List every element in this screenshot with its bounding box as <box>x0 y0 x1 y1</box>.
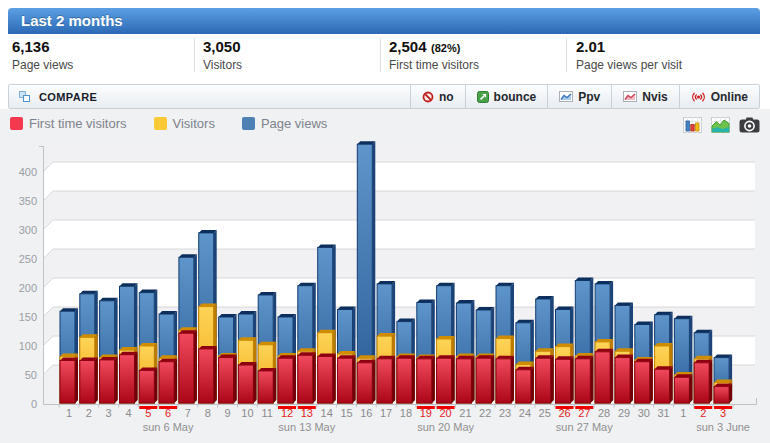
svg-text:200: 200 <box>19 282 37 294</box>
bars-day-14[interactable] <box>318 244 336 403</box>
ppv-button[interactable]: Ppv <box>547 85 611 108</box>
svg-text:2: 2 <box>700 407 706 419</box>
button-label: Online <box>711 90 748 104</box>
chart-canvas: 0501001502002503003504001234567891011121… <box>0 140 770 443</box>
bars-day-20[interactable] <box>437 283 455 403</box>
bars-day-21[interactable] <box>456 300 474 403</box>
bounce-button[interactable]: bounce <box>465 85 548 108</box>
svg-text:sun 6 May: sun 6 May <box>143 421 194 433</box>
svg-text:1: 1 <box>680 407 686 419</box>
divider <box>194 38 195 72</box>
bars-day-30[interactable] <box>635 322 653 404</box>
svg-text:2: 2 <box>86 407 92 419</box>
nvis-button[interactable]: Nvis <box>611 85 678 108</box>
analytics-dashboard: Last 2 months 6,136 Page views 3,050 Vis… <box>0 0 770 443</box>
bars-day-19[interactable] <box>417 300 435 404</box>
legend-swatch-blue <box>242 117 255 130</box>
stat-label: Page views per visit <box>576 58 682 72</box>
svg-text:24: 24 <box>519 407 531 419</box>
bars-day-29[interactable] <box>615 302 633 403</box>
bars-day-23[interactable] <box>496 283 514 403</box>
bars-day-3[interactable] <box>714 355 732 403</box>
svg-text:3: 3 <box>106 407 112 419</box>
svg-text:16: 16 <box>360 407 372 419</box>
svg-text:400: 400 <box>19 166 37 178</box>
bars-day-27[interactable] <box>575 278 593 404</box>
svg-text:8: 8 <box>205 407 211 419</box>
bar-chart: 0501001502002503003504001234567891011121… <box>0 140 770 443</box>
camera-icon[interactable] <box>739 117 760 133</box>
bars-day-10[interactable] <box>238 311 256 403</box>
svg-text:sun 3 June: sun 3 June <box>696 421 750 433</box>
compare-label: COMPARE <box>39 91 97 103</box>
svg-text:7: 7 <box>185 407 191 419</box>
svg-text:29: 29 <box>618 407 630 419</box>
bars-day-15[interactable] <box>338 307 356 404</box>
bars-day-24[interactable] <box>516 320 534 403</box>
bars-day-4[interactable] <box>120 283 138 403</box>
svg-text:26: 26 <box>558 407 570 419</box>
bars-day-17[interactable] <box>377 281 395 403</box>
stat-label: Page views <box>12 58 73 72</box>
bars-day-12[interactable] <box>278 314 296 403</box>
stat-percentage: (82%) <box>431 42 460 54</box>
bars-day-2[interactable] <box>80 291 98 403</box>
svg-text:350: 350 <box>19 195 37 207</box>
bars-day-25[interactable] <box>536 296 554 403</box>
bars-day-28[interactable] <box>595 281 613 403</box>
svg-text:0: 0 <box>31 398 37 410</box>
stat-value: 3,050 <box>203 38 241 55</box>
area-chart-icon[interactable] <box>711 117 730 133</box>
svg-text:1: 1 <box>66 407 72 419</box>
bars-day-6[interactable] <box>159 311 177 403</box>
bars-day-1[interactable] <box>60 308 78 403</box>
legend-visitors: Visitors <box>154 116 215 131</box>
bars-day-8[interactable] <box>199 230 217 403</box>
date-range-header: Last 2 months <box>8 8 760 34</box>
bars-day-22[interactable] <box>476 307 494 403</box>
stat-value: 2,504 <box>389 38 427 55</box>
bars-day-5[interactable] <box>139 290 157 403</box>
stat-visitors: 3,050 Visitors <box>203 38 242 72</box>
svg-text:300: 300 <box>19 224 37 236</box>
svg-text:150: 150 <box>19 311 37 323</box>
bars-day-1[interactable] <box>674 316 692 403</box>
no-icon <box>422 91 434 103</box>
compare-toggle[interactable]: COMPARE <box>9 91 410 103</box>
no-filter-button[interactable]: no <box>410 85 465 108</box>
svg-text:28: 28 <box>598 407 610 419</box>
bars-day-2[interactable] <box>694 330 712 403</box>
bar-chart-icon[interactable] <box>683 117 702 133</box>
svg-text:sun 20 May: sun 20 May <box>417 421 474 433</box>
bars-day-11[interactable] <box>258 292 276 403</box>
svg-text:9: 9 <box>225 407 231 419</box>
bars-day-31[interactable] <box>655 312 673 403</box>
bars-day-26[interactable] <box>556 307 574 404</box>
legend-label: Page views <box>261 116 327 131</box>
legend-first-time-visitors: First time visitors <box>10 116 127 131</box>
svg-text:50: 50 <box>25 369 37 381</box>
svg-text:4: 4 <box>125 407 131 419</box>
svg-text:20: 20 <box>439 407 451 419</box>
bars-day-13[interactable] <box>298 283 316 403</box>
online-button[interactable]: Online <box>679 85 759 108</box>
svg-text:31: 31 <box>657 407 669 419</box>
bars-day-18[interactable] <box>397 319 415 403</box>
legend-swatch-red <box>10 117 23 130</box>
svg-text:30: 30 <box>638 407 650 419</box>
bars-day-7[interactable] <box>179 254 197 403</box>
svg-text:21: 21 <box>459 407 471 419</box>
button-label: Ppv <box>578 90 600 104</box>
bars-day-3[interactable] <box>100 298 118 403</box>
svg-text:6: 6 <box>165 407 171 419</box>
svg-text:15: 15 <box>340 407 352 419</box>
bars-day-16[interactable] <box>357 141 375 403</box>
bars-day-9[interactable] <box>219 314 237 403</box>
button-label: bounce <box>494 90 537 104</box>
svg-text:13: 13 <box>301 407 313 419</box>
date-range-title: Last 2 months <box>21 12 123 29</box>
chart-view-toggles <box>683 117 760 133</box>
svg-text:5: 5 <box>145 407 151 419</box>
compare-toolbar: COMPARE no bounce Ppv <box>8 84 760 109</box>
svg-text:10: 10 <box>241 407 253 419</box>
